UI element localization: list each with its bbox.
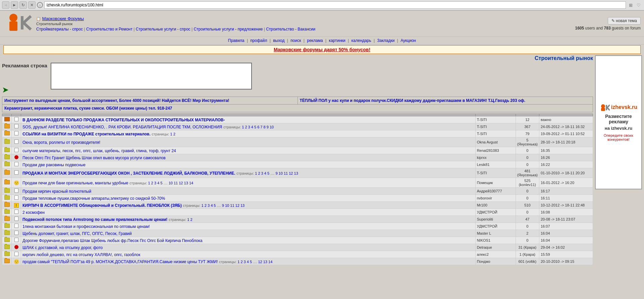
back-button[interactable]: ◄	[2, 1, 9, 9]
topic-link[interactable]: сыпучие материалы, песок, пгс, опгс, шла…	[22, 148, 176, 153]
topic-link[interactable]: Дорогие Форумчане,прелагаю Шлак Щебень л…	[22, 238, 202, 243]
page-link[interactable]: 13	[294, 171, 298, 175]
page-link[interactable]: 5	[160, 181, 162, 185]
sidebar-ad-box[interactable]: izhevsk.ru Разместите рекламу на izhevsk…	[595, 55, 642, 189]
page-link[interactable]: 2	[240, 260, 243, 264]
topic-link[interactable]: кирпич любой дешево, пгс на отсыпку ХАЛЯ…	[22, 252, 140, 257]
forum-link-3[interactable]: Строительные услуги - спрос	[136, 27, 191, 32]
topic-link[interactable]: Продам кирпич красный полнотелый	[22, 189, 91, 194]
page-link[interactable]: 14	[189, 181, 193, 185]
top-ad-link-2[interactable]: ТЁПЛЫЙ ПОЛ у нас купи и подарок получи.С…	[300, 98, 526, 103]
page-link[interactable]: 1	[187, 218, 189, 222]
topic-link[interactable]: ШЛАК с доставкой, на отсыпку дорог, фото	[22, 245, 103, 250]
new-topic-button[interactable]: новая тема	[608, 17, 641, 24]
page-link[interactable]: 2	[258, 171, 260, 175]
page-link[interactable]: 3	[244, 260, 246, 264]
topic-link[interactable]: ПРОДАЖА И МОНТАЖ ЭНЕРГОСБЕРЕГАЮЩИХ ОКОН …	[22, 171, 235, 176]
page-link[interactable]: 11	[174, 181, 178, 185]
page-link[interactable]: 2	[151, 181, 153, 185]
forum-link-4[interactable]: Строительные услуги - предложение	[194, 27, 263, 32]
page-link[interactable]: 13	[263, 260, 267, 264]
page-link[interactable]: 2	[173, 132, 175, 136]
page-link[interactable]: 14	[268, 260, 272, 264]
page-link[interactable]: 1	[202, 203, 204, 207]
page-link[interactable]: 10	[169, 181, 173, 185]
topic-link[interactable]: 1пена монтажная бытовая и профессиональн…	[22, 224, 150, 229]
page-link[interactable]: 10	[225, 203, 229, 207]
bookmark-icon[interactable]: ♡	[635, 2, 642, 8]
topic-link[interactable]: Окна, ворота, роллеты от производителя!	[22, 140, 100, 145]
grid-icon[interactable]: ⊞	[627, 2, 634, 8]
forward-button[interactable]: ►	[11, 1, 18, 9]
stop-button[interactable]: ✕	[28, 1, 36, 9]
home-button[interactable]: ⌂	[37, 2, 43, 8]
reload-button[interactable]: ↻	[19, 1, 27, 9]
promo-link[interactable]: Марковские форумы дарят 50% бонусов!	[274, 47, 370, 52]
page-link[interactable]: 1	[170, 132, 172, 136]
page-link[interactable]: 1	[148, 181, 150, 185]
topic-link[interactable]: КИРПИЧ В АССОРТИМЕНТЕ Облицовочный и Стр…	[22, 203, 182, 208]
page-link[interactable]: 5	[267, 171, 269, 175]
nav-profile[interactable]: профайл	[250, 38, 267, 43]
nav-rules[interactable]: Правила	[228, 38, 245, 43]
page-link[interactable]: 10	[270, 125, 274, 129]
page-link[interactable]: 3	[154, 181, 156, 185]
page-link[interactable]: 3	[208, 203, 210, 207]
page-link[interactable]: 8	[264, 125, 266, 129]
forum-link-2[interactable]: Строительство и Ремонт	[86, 27, 132, 32]
page-link[interactable]: 3	[248, 125, 250, 129]
page-link[interactable]: 2	[190, 218, 192, 222]
nav-bookmarks[interactable]: Закладки	[377, 38, 394, 43]
topic-link[interactable]: Продам тепловые пушки,сварочные аппараты…	[22, 196, 165, 201]
nav-calendar[interactable]: календарь	[352, 38, 371, 43]
page-link[interactable]: 12	[289, 171, 293, 175]
page-link[interactable]: 13	[240, 203, 245, 207]
forum-link-1[interactable]: Стройматериалы - спрос	[36, 27, 83, 32]
topic-link[interactable]: ССЫЛКИ на ВИЗИТКИ по ПРОДАЖЕ строительны…	[22, 132, 151, 136]
ceramics-ad-link[interactable]: Керамогранит, керамическая плитка, сухие…	[4, 106, 172, 111]
topic-link[interactable]: Продам печи для бани оригинальные, манга…	[22, 181, 128, 185]
forum-link-5[interactable]: Строительство - Вакансии	[266, 27, 315, 32]
page-link[interactable]: 9	[222, 203, 224, 207]
page-link[interactable]: 5	[214, 203, 216, 207]
page-link[interactable]: 2	[245, 125, 247, 129]
page-link[interactable]: 4	[211, 203, 213, 207]
topic-link[interactable]: Песок Опгс Пгс Гранит Щебень Шлак опил в…	[22, 156, 166, 160]
page-link[interactable]: 7	[260, 125, 262, 129]
page-link[interactable]: 4	[251, 125, 253, 129]
nav-auction[interactable]: Аукцион	[400, 38, 416, 43]
nav-ads[interactable]: реклама	[307, 38, 323, 43]
page-link[interactable]: 6	[257, 125, 259, 129]
nav-search[interactable]: поиск	[290, 38, 301, 43]
page-link[interactable]: 1	[237, 260, 239, 264]
page-link[interactable]: 12	[179, 181, 183, 185]
page-link[interactable]: 4	[157, 181, 159, 185]
page-link[interactable]: 10	[279, 171, 283, 175]
topic-link[interactable]: 2 космофен	[22, 210, 45, 215]
page-link[interactable]: 4	[247, 260, 249, 264]
page-link[interactable]: 11	[284, 171, 288, 175]
page-link[interactable]: 12	[258, 260, 262, 264]
nav-pictures[interactable]: картинки	[329, 38, 345, 43]
page-link[interactable]: 12	[235, 203, 239, 207]
topic-link[interactable]: Щебень доломит, гранит, шлак, ПГС, ОПГС,…	[22, 231, 132, 236]
page-link[interactable]: 5	[254, 125, 256, 129]
topic-link[interactable]: SOS, друзья! АНГЕЛИНА КОЛЕСНИЧЕНКО, . РА…	[22, 125, 222, 129]
page-link[interactable]: 13	[184, 181, 188, 185]
page-link[interactable]: 2	[205, 203, 207, 207]
topic-link[interactable]: В ДАННОМ РАЗДЕЛЕ ТОЛЬКО ПРОДАЖА СТРОИТЕЛ…	[22, 118, 225, 122]
page-link[interactable]: 5	[250, 260, 252, 264]
topic-link[interactable]: Подвесной потолок типа Armstrong по самы…	[22, 217, 167, 222]
topic-link[interactable]: продам самый "ТЕПЛЫЙ ПОЛ"за 49 р. МОНТАЖ…	[22, 259, 218, 264]
page-link[interactable]: 3	[261, 171, 263, 175]
page-link[interactable]: 11	[230, 203, 234, 207]
top-ad-link-1[interactable]: Инструмент по выгодным ценам, большой ас…	[4, 98, 229, 103]
breadcrumb-parent[interactable]: Марковские Форумы	[42, 16, 84, 21]
page-link[interactable]: 1	[242, 125, 244, 129]
page-link[interactable]: 9	[267, 125, 269, 129]
nav-logout[interactable]: выход	[273, 38, 284, 43]
page-link[interactable]: 9	[275, 171, 277, 175]
address-bar[interactable]	[44, 1, 626, 9]
page-link[interactable]: 4	[264, 171, 266, 175]
page-link[interactable]: 1	[255, 171, 257, 175]
